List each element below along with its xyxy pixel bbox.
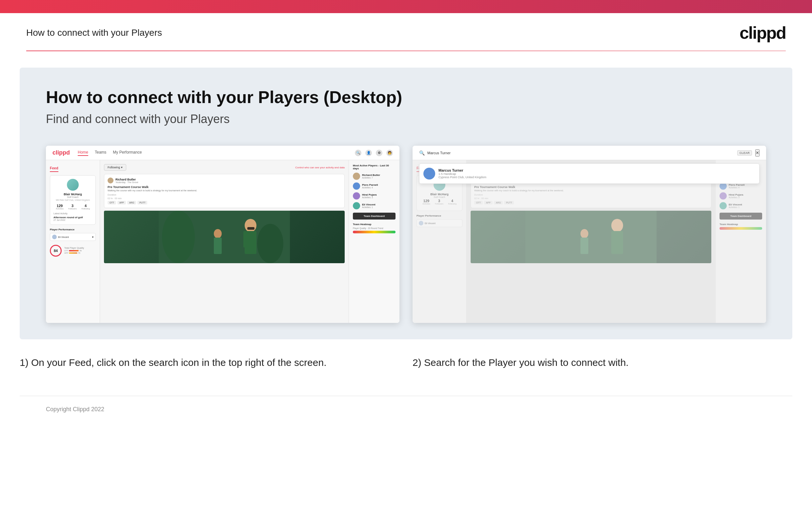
screenshots-row: clippd Home Teams My Performance 🔍 👤 ⚙ 🧑 [46, 146, 766, 323]
search-icon[interactable]: 🔍 [355, 150, 362, 156]
activity-duration-label: Duration [107, 194, 341, 196]
activity-avatar [107, 177, 113, 183]
search-result-handicap: 1-5 Handicap [438, 172, 486, 176]
player-avatar-3 [353, 192, 360, 200]
app-mockup-1: clippd Home Teams My Performance 🔍 👤 ⚙ 🧑 [46, 146, 399, 323]
player-name-4: Eli Vincent [362, 203, 376, 206]
step-1-text: 1) On your Feed, click on the search ico… [20, 339, 399, 383]
stat-following: 4 Following [81, 204, 90, 210]
search-result-club: Cypress Point Club, United Kingdom [438, 176, 486, 179]
search-result-name: Marcus Turner [438, 168, 486, 172]
chevron-down-icon: ▾ [92, 236, 93, 239]
player-row-1: Richard Butler Activities: 7 [353, 173, 395, 180]
tag-app: APP [117, 201, 126, 205]
mock-profile-card: Blair McHarg Golf Coach Mill Ride Golf C… [50, 175, 96, 225]
profile-name: Blair McHarg [53, 193, 92, 196]
feed-tab[interactable]: Feed [50, 166, 58, 172]
mock-left-panel: Feed Blair McHarg Golf Coach Mill Ride G… [46, 160, 100, 323]
activity-desc: Walking the course with my coach to buil… [107, 189, 341, 192]
player-select[interactable]: Eli Vincent ▾ [50, 233, 96, 241]
logo: clippd [739, 23, 786, 43]
activity-user-sub: Yesterday · The Grove [115, 181, 138, 183]
nav-home[interactable]: Home [78, 150, 88, 156]
search-query-text[interactable]: Marcus Turner [427, 151, 734, 155]
avatar-icon[interactable]: 🧑 [386, 150, 393, 156]
most-active-label: Most Active Players - Last 30 days [353, 164, 395, 170]
nav-teams[interactable]: Teams [95, 150, 106, 156]
svg-rect-8 [214, 238, 222, 254]
profile-role: Golf Coach [53, 196, 92, 198]
quality-score: 84 [50, 245, 62, 257]
following-button[interactable]: Following ▾ [104, 164, 126, 171]
profile-stats: 129 Activities 3 Followers 4 Following [53, 204, 92, 210]
player-act-4: Activities: 1 [362, 206, 376, 208]
quality-label: Total Player Quality [64, 247, 84, 249]
search-icon-overlay: 🔍 [419, 150, 425, 156]
team-dashboard-btn[interactable]: Team Dashboard [353, 213, 395, 219]
player-act-1: Activities: 7 [362, 176, 380, 179]
screenshot-2: clippd Home Teams My Performance Feed [413, 146, 766, 323]
player-select-avatar [52, 235, 57, 239]
user-icon[interactable]: 👤 [365, 150, 372, 156]
mock-nav-items: Home Teams My Performance [78, 150, 347, 156]
player-avatar-4 [353, 202, 360, 209]
heatmap-label: Team Heatmap [353, 223, 395, 226]
activity-card: Richard Butler Yesterday · The Grove Pre… [104, 174, 345, 208]
gear-icon[interactable]: ⚙ [376, 150, 382, 156]
svg-point-1 [162, 211, 195, 263]
stat-activities: 129 Activities [56, 204, 64, 210]
page-title: How to connect with your Players [26, 28, 162, 38]
hero-title: How to connect with your Players (Deskto… [46, 87, 766, 107]
heatmap-subtitle: Player Quality · 20 Round Trend [353, 227, 395, 229]
activity-title: Pre Tournament Course Walk [107, 185, 341, 189]
search-result-card[interactable]: Marcus Turner 1-5 Handicap Cypress Point… [419, 163, 760, 184]
nav-myperformance[interactable]: My Performance [113, 150, 142, 156]
player-name-3: Hiral Pujara [362, 193, 377, 196]
profile-avatar [67, 179, 79, 190]
latest-activity: Afternoon round of golf [53, 216, 92, 219]
activity-photo [104, 211, 345, 263]
control-link[interactable]: Control who can see your activity and da… [295, 166, 345, 169]
player-avatar-2 [353, 182, 360, 190]
activity-duration: 02 hr : 00 min [107, 197, 341, 200]
copyright-text: Copyright Clippd 2022 [46, 406, 104, 413]
tag-arg: ARG [127, 201, 136, 205]
clear-button[interactable]: CLEAR [737, 150, 752, 156]
step-2-text: 2) Search for the Player you wish to con… [413, 339, 792, 383]
latest-label: Latest Activity [53, 212, 92, 215]
svg-rect-5 [243, 231, 249, 247]
search-bar: 🔍 Marcus Turner CLEAR × [413, 146, 766, 160]
mock-nav-icons: 🔍 👤 ⚙ 🧑 [355, 150, 393, 156]
close-button[interactable]: × [755, 149, 760, 157]
search-result-avatar [423, 168, 435, 179]
header-divider [26, 50, 786, 51]
top-bar [0, 0, 812, 13]
heatmap-bar [353, 231, 395, 233]
search-overlay: 🔍 Marcus Turner CLEAR × Marcus Turner 1-… [413, 146, 766, 323]
following-bar: Following ▾ Control who can see your act… [104, 164, 345, 171]
player-name-2: Piers Parnell [362, 183, 378, 186]
tag-putt: PUTT [137, 201, 147, 205]
player-act-2: Activities: 4 [362, 186, 378, 189]
player-row-3: Hiral Pujara Activities: 3 [353, 192, 395, 200]
profile-club: Mill Ride Golf Club, United Kingdom [53, 199, 92, 201]
svg-point-3 [245, 219, 256, 232]
activity-user-name: Richard Butler [115, 178, 138, 181]
player-act-3: Activities: 3 [362, 196, 377, 199]
mock-right-panel: Most Active Players - Last 30 days Richa… [349, 160, 399, 323]
svg-point-7 [214, 229, 222, 238]
activity-user: Richard Butler Yesterday · The Grove [107, 177, 341, 183]
tag-ott: OTT [107, 201, 116, 205]
mock-nav-1: clippd Home Teams My Performance 🔍 👤 ⚙ 🧑 [46, 146, 399, 160]
stat-followers: 3 Followers [68, 204, 77, 210]
latest-date: 27 Jul 2022 [53, 219, 92, 221]
player-select-name: Eli Vincent [58, 236, 91, 238]
step-captions: 1) On your Feed, click on the search ico… [20, 339, 792, 383]
header: How to connect with your Players clippd [0, 13, 812, 50]
hero-subtitle: Find and connect with your Players [46, 112, 766, 126]
app-mockup-2: clippd Home Teams My Performance Feed [413, 146, 766, 323]
player-perf-title: Player Performance [50, 228, 96, 231]
player-row-4: Eli Vincent Activities: 1 [353, 202, 395, 209]
hero-section: How to connect with your Players (Deskto… [20, 68, 792, 339]
player-row-2: Piers Parnell Activities: 4 [353, 182, 395, 190]
